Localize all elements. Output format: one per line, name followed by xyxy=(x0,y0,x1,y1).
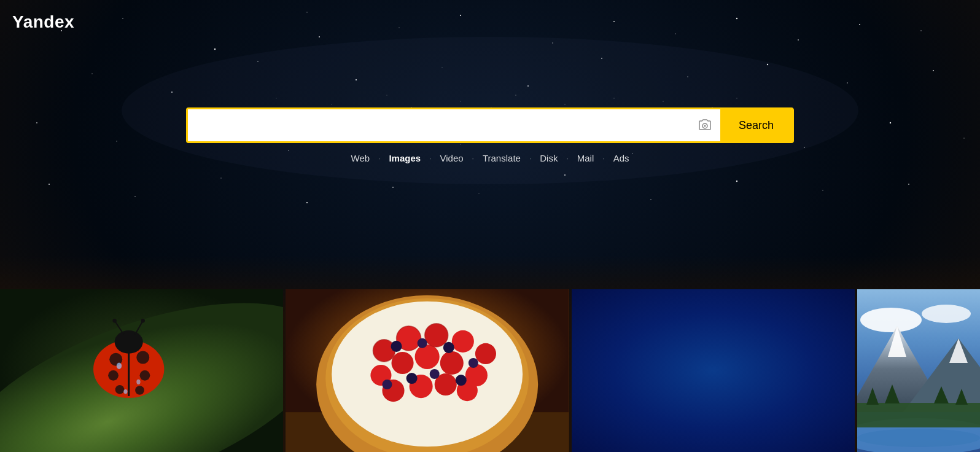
svg-point-63 xyxy=(613,98,614,98)
svg-point-116 xyxy=(430,369,440,379)
svg-point-100 xyxy=(440,351,464,375)
svg-point-151 xyxy=(860,308,922,332)
svg-point-4 xyxy=(319,36,320,37)
svg-point-61 xyxy=(564,104,565,104)
nav-video[interactable]: Video xyxy=(436,152,467,165)
svg-point-36 xyxy=(963,138,964,138)
svg-point-93 xyxy=(332,302,523,447)
svg-point-42 xyxy=(478,193,479,193)
image-tile-ocean[interactable] xyxy=(572,289,855,452)
nav-dot-4: · xyxy=(529,154,531,163)
svg-point-9 xyxy=(675,33,675,34)
nav-dot-3: · xyxy=(472,154,474,163)
svg-point-81 xyxy=(135,386,144,395)
svg-point-97 xyxy=(452,330,474,353)
svg-point-14 xyxy=(91,73,92,74)
nav-ads[interactable]: Ads xyxy=(610,152,633,165)
image-grid xyxy=(0,289,980,452)
svg-point-50 xyxy=(276,98,277,99)
svg-point-5 xyxy=(399,27,399,28)
nav-links: Web · Images · Video · Translate · Disk … xyxy=(348,152,633,165)
svg-point-13 xyxy=(920,30,922,31)
nav-web[interactable]: Web xyxy=(348,152,374,165)
svg-point-57 xyxy=(460,101,461,101)
nav-dot-2: · xyxy=(429,154,431,163)
svg-point-35 xyxy=(890,122,891,123)
svg-point-38 xyxy=(134,196,136,197)
svg-point-114 xyxy=(469,358,478,368)
svg-point-70 xyxy=(704,125,706,127)
nav-mail[interactable]: Mail xyxy=(574,152,598,165)
nav-dot-5: · xyxy=(566,154,568,163)
svg-point-113 xyxy=(443,342,454,353)
search-section: Search Web · Images · Video · Translate … xyxy=(186,107,794,165)
svg-point-101 xyxy=(415,345,440,369)
image-tile-pie[interactable] xyxy=(286,289,569,452)
svg-point-102 xyxy=(392,352,414,374)
svg-point-47 xyxy=(908,184,909,185)
svg-point-59 xyxy=(515,95,516,95)
svg-point-6 xyxy=(460,15,461,16)
svg-point-2 xyxy=(214,49,216,50)
nav-dot-6: · xyxy=(602,154,604,163)
svg-point-39 xyxy=(220,177,221,178)
svg-point-65 xyxy=(663,101,663,101)
nav-disk[interactable]: Disk xyxy=(536,152,561,165)
svg-point-77 xyxy=(136,351,149,364)
svg-point-24 xyxy=(933,70,934,71)
image-tile-ladybug[interactable] xyxy=(0,289,283,452)
svg-point-79 xyxy=(140,370,150,381)
svg-point-117 xyxy=(406,373,418,384)
svg-point-44 xyxy=(650,199,651,200)
svg-point-40 xyxy=(306,202,308,203)
svg-point-10 xyxy=(736,18,737,19)
svg-point-8 xyxy=(613,21,615,22)
svg-point-85 xyxy=(141,319,145,322)
nav-images[interactable]: Images xyxy=(385,152,424,165)
svg-rect-159 xyxy=(857,403,980,427)
svg-point-98 xyxy=(475,343,496,364)
image-tile-mountain[interactable] xyxy=(857,289,980,452)
svg-point-45 xyxy=(736,181,737,182)
search-bar: Search xyxy=(186,107,794,143)
svg-point-118 xyxy=(383,380,392,389)
svg-point-26 xyxy=(116,141,117,141)
yandex-logo: Yandex xyxy=(12,12,74,32)
svg-point-12 xyxy=(859,24,860,25)
svg-point-152 xyxy=(922,305,971,323)
svg-point-46 xyxy=(822,190,823,190)
svg-point-54 xyxy=(387,95,387,96)
svg-point-25 xyxy=(36,122,37,123)
nav-dot-1: · xyxy=(378,154,380,163)
search-button[interactable]: Search xyxy=(720,109,792,141)
svg-point-115 xyxy=(456,375,467,386)
svg-point-41 xyxy=(392,187,394,188)
search-input[interactable] xyxy=(188,109,690,141)
svg-point-1 xyxy=(122,18,123,19)
svg-point-84 xyxy=(112,319,116,322)
svg-point-88 xyxy=(123,389,127,394)
svg-point-111 xyxy=(391,341,402,352)
svg-point-68 xyxy=(737,98,737,99)
svg-point-86 xyxy=(117,362,122,368)
svg-point-78 xyxy=(108,370,119,381)
svg-point-87 xyxy=(136,380,140,384)
svg-point-3 xyxy=(306,12,307,12)
nav-translate[interactable]: Translate xyxy=(479,152,524,165)
svg-point-52 xyxy=(332,104,332,105)
svg-point-37 xyxy=(49,184,50,185)
camera-search-button[interactable] xyxy=(690,109,720,141)
svg-point-158 xyxy=(857,429,980,447)
svg-point-80 xyxy=(115,385,125,394)
svg-point-112 xyxy=(418,338,427,348)
svg-point-11 xyxy=(798,39,799,41)
svg-point-23 xyxy=(847,82,848,84)
